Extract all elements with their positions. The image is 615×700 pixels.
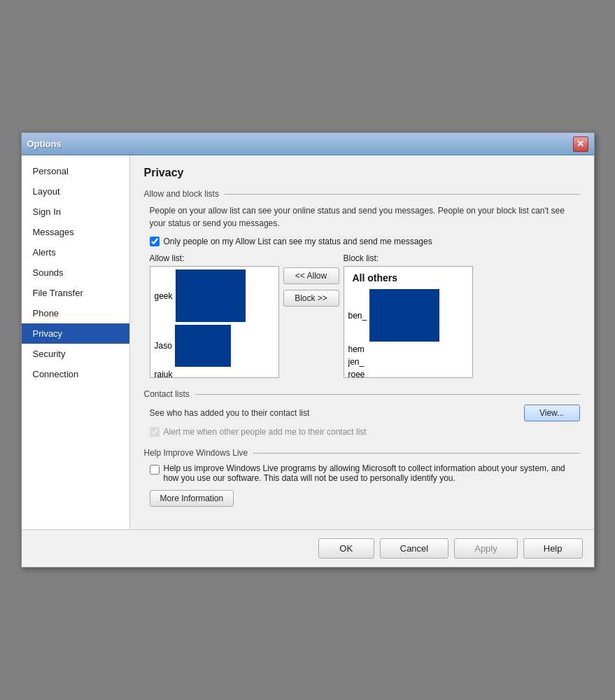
page-title: Privacy bbox=[144, 167, 580, 179]
alert-checkbox[interactable] bbox=[150, 427, 160, 437]
list-item[interactable]: geek bbox=[152, 268, 277, 323]
contact-lists-section: Contact lists See who has added you to t… bbox=[144, 389, 580, 437]
sidebar-item-messages[interactable]: Messages bbox=[22, 222, 129, 242]
sidebar: Personal Layout Sign In Messages Alerts … bbox=[22, 155, 130, 529]
help-improve-header-text: Help Improve Windows Live bbox=[144, 448, 254, 458]
only-allow-list-row: Only people on my Allow List can see my … bbox=[150, 237, 580, 246]
contact-lists-divider bbox=[195, 394, 580, 395]
view-button[interactable]: View... bbox=[524, 405, 580, 421]
list-item[interactable]: Jaso bbox=[152, 323, 277, 368]
privacy-block-geek bbox=[176, 270, 246, 322]
help-improve-divider bbox=[253, 453, 579, 454]
sidebar-item-connection[interactable]: Connection bbox=[22, 364, 129, 384]
sidebar-item-layout[interactable]: Layout bbox=[22, 181, 129, 202]
cancel-button[interactable]: Cancel bbox=[380, 538, 448, 559]
list-item-text: rajuk bbox=[155, 370, 173, 378]
sidebar-item-phone[interactable]: Phone bbox=[22, 303, 129, 323]
window-body: Personal Layout Sign In Messages Alerts … bbox=[22, 155, 594, 529]
middle-buttons: << Allow Block >> bbox=[283, 253, 339, 307]
help-improve-checkbox-row: Help us improve Windows Live programs by… bbox=[150, 463, 580, 483]
sidebar-item-personal[interactable]: Personal bbox=[22, 161, 129, 181]
sidebar-item-alerts[interactable]: Alerts bbox=[22, 242, 129, 262]
sidebar-item-file-transfer[interactable]: File Transfer bbox=[22, 283, 129, 303]
main-content: Privacy Allow and block lists People on … bbox=[130, 155, 594, 529]
list-item[interactable]: roee bbox=[346, 368, 471, 378]
alert-checkbox-label: Alert me when other people add me to the… bbox=[164, 427, 367, 437]
list-item-text: ben_ bbox=[348, 311, 367, 321]
help-button[interactable]: Help bbox=[523, 538, 583, 559]
title-bar: Options ✕ bbox=[22, 133, 594, 155]
alert-checkbox-row: Alert me when other people add me to the… bbox=[150, 427, 580, 437]
lists-container: Allow list: geek Jaso rajuk bbox=[150, 253, 580, 378]
list-item[interactable]: rajuk bbox=[152, 368, 277, 378]
footer: OK Cancel Apply Help bbox=[22, 529, 594, 567]
allow-block-section: Allow and block lists People on your all… bbox=[144, 189, 580, 378]
apply-button[interactable]: Apply bbox=[454, 538, 518, 559]
only-allow-list-label: Only people on my Allow List can see my … bbox=[164, 237, 432, 246]
list-item-text: jen_ bbox=[348, 357, 365, 367]
allow-block-header: Allow and block lists bbox=[144, 189, 580, 199]
allow-list-label: Allow list: bbox=[150, 253, 279, 263]
options-window: Options ✕ Personal Layout Sign In Messag… bbox=[21, 132, 595, 568]
contact-lists-header: Contact lists bbox=[144, 389, 580, 399]
block-button[interactable]: Block >> bbox=[283, 290, 339, 307]
contact-section: See who has added you to their contact l… bbox=[150, 405, 580, 421]
window-title: Options bbox=[27, 139, 62, 149]
allow-list-box[interactable]: geek Jaso rajuk Silvia bbox=[150, 266, 279, 378]
close-button[interactable]: ✕ bbox=[573, 136, 588, 152]
sidebar-item-signin[interactable]: Sign In bbox=[22, 202, 129, 222]
list-item-text: hem bbox=[348, 344, 365, 354]
all-others-text: All others bbox=[348, 270, 402, 286]
privacy-block-ben bbox=[369, 289, 439, 342]
help-improve-label: Help us improve Windows Live programs by… bbox=[164, 463, 580, 483]
list-item-all-others[interactable]: All others bbox=[346, 268, 471, 288]
sidebar-item-sounds[interactable]: Sounds bbox=[22, 262, 129, 283]
list-item-text: roee bbox=[348, 370, 365, 378]
help-improve-checkbox[interactable] bbox=[150, 465, 160, 475]
privacy-block-jaso bbox=[175, 325, 231, 367]
help-improve-section: Help Improve Windows Live Help us improv… bbox=[144, 448, 580, 507]
list-item[interactable]: hem bbox=[346, 343, 471, 356]
allow-block-description: People on your allow list can see your o… bbox=[150, 204, 580, 230]
only-allow-list-checkbox[interactable] bbox=[150, 237, 160, 246]
block-list-label: Block list: bbox=[344, 253, 473, 263]
block-list-section: Block list: All others ben_ hem bbox=[344, 253, 473, 378]
allow-block-divider bbox=[225, 194, 580, 195]
allow-button[interactable]: << Allow bbox=[283, 267, 339, 284]
list-item-text: Jaso bbox=[155, 341, 172, 351]
allow-list-section: Allow list: geek Jaso rajuk bbox=[150, 253, 279, 378]
more-information-button[interactable]: More Information bbox=[150, 490, 234, 507]
help-improve-header: Help Improve Windows Live bbox=[144, 448, 580, 458]
list-item[interactable]: ben_ bbox=[346, 288, 471, 343]
block-list-box[interactable]: All others ben_ hem jen_ bbox=[344, 266, 473, 378]
allow-block-header-text: Allow and block lists bbox=[144, 189, 225, 199]
sidebar-item-privacy[interactable]: Privacy bbox=[22, 323, 129, 344]
contact-description: See who has added you to their contact l… bbox=[150, 408, 524, 418]
list-item[interactable]: jen_ bbox=[346, 356, 471, 368]
contact-lists-header-text: Contact lists bbox=[144, 389, 195, 399]
list-item-text: geek bbox=[155, 291, 173, 301]
ok-button[interactable]: OK bbox=[318, 538, 374, 559]
sidebar-item-security[interactable]: Security bbox=[22, 344, 129, 364]
